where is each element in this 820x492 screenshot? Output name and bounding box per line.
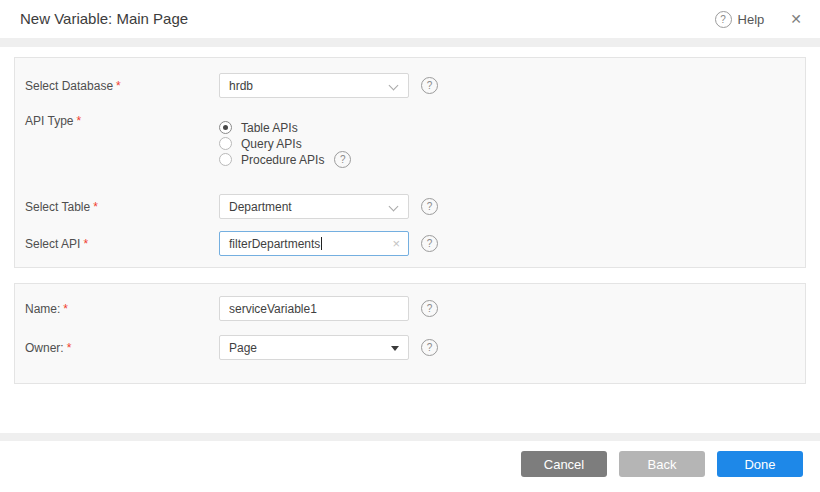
- api-config-section: Select Database* hrdb ? API Type* Table …: [14, 57, 806, 268]
- database-label: Select Database*: [25, 79, 219, 93]
- required-marker: *: [93, 200, 98, 214]
- help-icon[interactable]: ?: [421, 339, 438, 356]
- done-button[interactable]: Done: [717, 451, 803, 477]
- table-label-text: Select Table: [25, 200, 90, 214]
- radio-selected-icon: [219, 121, 232, 134]
- name-input[interactable]: [219, 296, 409, 321]
- owner-control: Page ?: [219, 335, 438, 360]
- variable-info-section: Name:* ? Owner:* Page ?: [14, 283, 806, 384]
- api-input[interactable]: filterDepartments ×: [219, 231, 409, 256]
- api-row: Select API* filterDepartments × ?: [25, 231, 795, 256]
- table-row: Select Table* Department ?: [25, 194, 795, 219]
- api-label-text: Select API: [25, 237, 80, 251]
- help-icon[interactable]: ?: [421, 300, 438, 317]
- table-control: Department ?: [219, 194, 438, 219]
- help-icon[interactable]: ?: [715, 11, 732, 28]
- radio-dot: [223, 125, 228, 130]
- help-icon[interactable]: ?: [421, 77, 438, 94]
- required-marker: *: [116, 79, 121, 93]
- help-icon[interactable]: ?: [334, 151, 351, 168]
- close-icon[interactable]: ✕: [790, 11, 802, 27]
- owner-label-text: Owner:: [25, 341, 64, 355]
- help-icon[interactable]: ?: [421, 235, 438, 252]
- api-input-value: filterDepartments: [229, 237, 320, 251]
- footer-divider: [0, 433, 820, 441]
- table-select[interactable]: Department: [219, 194, 409, 219]
- radio-icon: [219, 137, 232, 150]
- owner-select-value: Page: [229, 341, 257, 355]
- api-type-row: API Type* Table APIs Query APIs Procedur…: [25, 114, 795, 168]
- new-variable-dialog: New Variable: Main Page ? Help ✕ Select …: [0, 0, 820, 492]
- header-actions: ? Help ✕: [715, 0, 802, 38]
- required-marker: *: [76, 114, 81, 128]
- name-label-text: Name:: [25, 302, 60, 316]
- header-divider: [0, 38, 820, 47]
- api-label: Select API*: [25, 237, 219, 251]
- required-marker: *: [67, 341, 72, 355]
- help-link[interactable]: Help: [738, 12, 765, 27]
- database-label-text: Select Database: [25, 79, 113, 93]
- chevron-down-icon: [389, 202, 399, 212]
- dialog-header: New Variable: Main Page ? Help ✕: [0, 0, 820, 38]
- api-type-radio-group: Table APIs Query APIs Procedure APIs ?: [219, 120, 351, 168]
- table-label: Select Table*: [25, 200, 219, 214]
- radio-query-apis[interactable]: Query APIs: [219, 136, 351, 151]
- name-label: Name:*: [25, 302, 219, 316]
- radio-table-apis-label: Table APIs: [241, 121, 298, 135]
- name-row: Name:* ?: [25, 296, 795, 321]
- dropdown-arrow-icon: [391, 346, 399, 351]
- radio-procedure-apis[interactable]: Procedure APIs ?: [219, 152, 351, 167]
- radio-query-apis-label: Query APIs: [241, 137, 302, 151]
- api-type-label-text: API Type: [25, 114, 73, 128]
- owner-row: Owner:* Page ?: [25, 335, 795, 360]
- text-caret: [321, 237, 322, 250]
- owner-select[interactable]: Page: [219, 335, 409, 360]
- database-control: hrdb ?: [219, 73, 438, 98]
- database-select[interactable]: hrdb: [219, 73, 409, 98]
- api-type-label: API Type*: [25, 114, 219, 128]
- radio-procedure-apis-label: Procedure APIs: [241, 153, 324, 167]
- name-control: ?: [219, 296, 438, 321]
- database-row: Select Database* hrdb ?: [25, 73, 795, 98]
- api-control: filterDepartments × ?: [219, 231, 438, 256]
- table-select-value: Department: [229, 200, 292, 214]
- radio-icon: [219, 153, 232, 166]
- footer: Cancel Back Done: [0, 451, 820, 477]
- required-marker: *: [83, 237, 88, 251]
- cancel-button[interactable]: Cancel: [521, 451, 607, 477]
- owner-label: Owner:*: [25, 341, 219, 355]
- clear-icon[interactable]: ×: [392, 237, 400, 250]
- dialog-title: New Variable: Main Page: [20, 0, 188, 38]
- back-button[interactable]: Back: [619, 451, 705, 477]
- radio-table-apis[interactable]: Table APIs: [219, 120, 351, 135]
- chevron-down-icon: [389, 81, 399, 91]
- required-marker: *: [63, 302, 68, 316]
- database-select-value: hrdb: [229, 79, 253, 93]
- help-icon[interactable]: ?: [421, 198, 438, 215]
